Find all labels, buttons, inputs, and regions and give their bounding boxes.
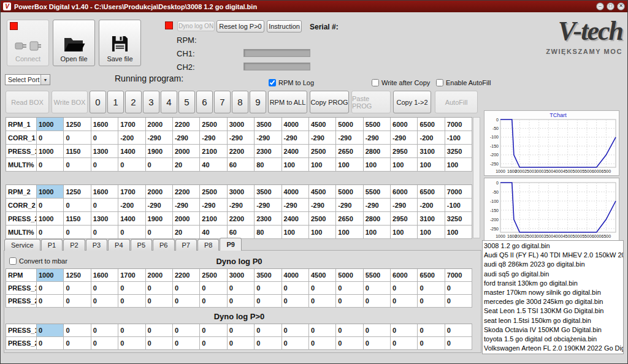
cell-press_1-15[interactable]: 0	[445, 324, 472, 337]
digit-button-3[interactable]: 3	[143, 91, 159, 113]
cell-press_1-5[interactable]: 0	[173, 282, 200, 295]
cell-press_1-8[interactable]: 0	[255, 282, 281, 295]
cell-rpm-13[interactable]: 6000	[391, 269, 418, 282]
cell-rpm_1-11[interactable]: 5000	[336, 118, 363, 131]
cell-press_2-15[interactable]: 0	[445, 295, 472, 308]
cell-multi%-1[interactable]: 0	[64, 158, 91, 172]
cell-rpm_2-1[interactable]: 1250	[64, 185, 91, 199]
write-after-copy-checkbox[interactable]: Write after Copy	[372, 79, 430, 86]
cell-multi%-7[interactable]: 60	[228, 158, 255, 172]
cell-press_1-0[interactable]: 0	[37, 282, 64, 295]
cell-press_1-1[interactable]: 0	[64, 324, 91, 337]
digit-button-0[interactable]: 0	[90, 91, 106, 113]
cell-press_1-1[interactable]: 1150	[64, 145, 91, 158]
cell-rpm-14[interactable]: 6500	[418, 269, 445, 282]
cell-press_2-10[interactable]: 0	[309, 337, 336, 350]
cell-press_2-3[interactable]: 1400	[118, 212, 145, 226]
cell-corr_1-14[interactable]: -200	[418, 131, 445, 145]
cell-press_2-11[interactable]: 2650	[336, 212, 363, 226]
cell-corr_2-0[interactable]: 0	[37, 199, 64, 212]
cell-press_2-10[interactable]: 2500	[309, 212, 336, 226]
cell-corr_2-15[interactable]: -100	[445, 199, 472, 212]
cell-press_1-13[interactable]: 0	[391, 324, 418, 337]
write-box-button[interactable]: Write BOX	[52, 91, 88, 113]
cell-corr_1-13[interactable]: -290	[391, 131, 418, 145]
cell-press_1-10[interactable]: 2500	[309, 145, 336, 158]
cell-corr_2-5[interactable]: -290	[173, 199, 200, 212]
digit-button-7[interactable]: 7	[214, 91, 231, 113]
cell-corr_1-0[interactable]: 0	[37, 131, 64, 145]
copy-prog-button[interactable]: Copy PROG	[310, 91, 349, 113]
cell-press_2-6[interactable]: 0	[200, 295, 227, 308]
cell-press_2-13[interactable]: 2950	[391, 212, 418, 226]
file-item[interactable]: Seat Leon 1.5 TSI 130KM Go Digital.bin	[484, 306, 622, 316]
cell-press_1-15[interactable]: 0	[445, 282, 472, 295]
cell-corr_2-14[interactable]: -200	[418, 199, 445, 212]
cell-multi%-11[interactable]: 100	[336, 226, 363, 239]
copy-1-2-button[interactable]: Copy 1->2	[393, 91, 431, 113]
tab-p1[interactable]: P1	[41, 239, 63, 251]
cell-press_1-12[interactable]: 0	[364, 324, 391, 337]
cell-rpm-1[interactable]: 1250	[64, 269, 91, 282]
digit-button-6[interactable]: 6	[196, 91, 213, 113]
cell-press_2-12[interactable]: 0	[364, 337, 391, 350]
cell-press_2-4[interactable]: 1900	[146, 212, 173, 226]
cell-press_2-3[interactable]: 0	[118, 295, 145, 308]
cell-press_1-4[interactable]: 1900	[146, 145, 173, 158]
cell-rpm-4[interactable]: 2000	[146, 269, 173, 282]
cell-multi%-15[interactable]: 100	[445, 226, 472, 239]
cell-corr_2-4[interactable]: -290	[146, 199, 173, 212]
tab-p8[interactable]: P8	[197, 239, 219, 251]
cell-press_2-9[interactable]: 2400	[282, 212, 309, 226]
cell-rpm_1-14[interactable]: 6500	[418, 118, 445, 131]
cell-corr_2-1[interactable]: 0	[64, 199, 91, 212]
minimize-button[interactable]: –	[596, 2, 604, 10]
cell-rpm-5[interactable]: 2200	[173, 269, 200, 282]
cell-press_2-3[interactable]: 0	[118, 337, 145, 350]
cell-corr_1-9[interactable]: -290	[282, 131, 309, 145]
cell-multi%-4[interactable]: 0	[146, 226, 173, 239]
cell-press_1-3[interactable]: 1400	[118, 145, 145, 158]
cell-press_1-6[interactable]: 2100	[200, 145, 227, 158]
cell-press_2-0[interactable]: 0	[37, 295, 64, 308]
digit-button-2[interactable]: 2	[125, 91, 142, 113]
cell-corr_1-10[interactable]: -290	[309, 131, 336, 145]
cell-press_2-5[interactable]: 0	[173, 337, 200, 350]
cell-press_1-3[interactable]: 0	[118, 282, 145, 295]
cell-press_2-8[interactable]: 0	[255, 337, 281, 350]
cell-corr_1-12[interactable]: -290	[364, 131, 391, 145]
cell-press_2-5[interactable]: 0	[173, 295, 200, 308]
cell-rpm_1-0[interactable]: 1000	[37, 118, 64, 131]
rpm-to-all-button[interactable]: RPM to ALL	[268, 91, 307, 113]
cell-press_2-2[interactable]: 0	[91, 337, 118, 350]
cell-press_1-4[interactable]: 0	[146, 282, 173, 295]
digit-button-1[interactable]: 1	[107, 91, 124, 113]
cell-multi%-0[interactable]: 0	[37, 158, 64, 172]
cell-press_1-15[interactable]: 3250	[445, 145, 472, 158]
cell-press_2-4[interactable]: 0	[146, 337, 173, 350]
cell-press_1-14[interactable]: 0	[418, 324, 445, 337]
cell-corr_2-10[interactable]: -290	[309, 199, 336, 212]
file-item[interactable]: 3008 1.2 go digital.bin	[484, 241, 622, 251]
cell-press_2-1[interactable]: 0	[64, 337, 91, 350]
cell-corr_1-5[interactable]: -290	[173, 131, 200, 145]
cell-rpm_2-0[interactable]: 1000	[37, 185, 64, 199]
cell-press_1-8[interactable]: 0	[255, 324, 281, 337]
cell-rpm_1-9[interactable]: 4000	[282, 118, 309, 131]
cell-multi%-12[interactable]: 100	[364, 158, 391, 172]
cell-multi%-6[interactable]: 40	[200, 158, 227, 172]
cell-press_2-6[interactable]: 0	[200, 337, 227, 350]
cell-press_2-2[interactable]: 0	[91, 295, 118, 308]
cell-rpm_2-10[interactable]: 4500	[309, 185, 336, 199]
enable-autofill-input[interactable]	[436, 79, 443, 86]
cell-corr_2-9[interactable]: -290	[282, 199, 309, 212]
cell-press_1-9[interactable]: 0	[282, 282, 309, 295]
cell-press_1-12[interactable]: 2800	[364, 145, 391, 158]
cell-press_2-0[interactable]: 1000	[37, 212, 64, 226]
tab-p5[interactable]: P5	[131, 239, 152, 251]
cell-rpm_1-5[interactable]: 2200	[173, 118, 200, 131]
cell-press_1-6[interactable]: 0	[200, 282, 227, 295]
cell-press_1-6[interactable]: 0	[200, 324, 227, 337]
cell-press_1-11[interactable]: 2650	[336, 145, 363, 158]
cell-corr_1-6[interactable]: -290	[200, 131, 227, 145]
